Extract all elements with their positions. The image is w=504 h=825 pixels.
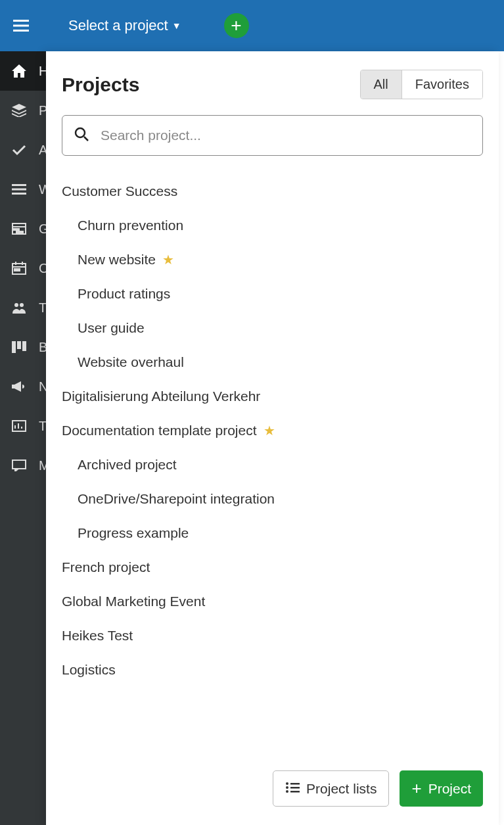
svg-rect-31 [290, 787, 300, 789]
project-item[interactable]: Churn prevention [62, 208, 483, 243]
sidebar-item-label: W [39, 182, 46, 197]
project-item-label: Archived project [78, 457, 177, 473]
svg-rect-14 [14, 269, 16, 271]
project-selector[interactable]: Select a project ▼ [68, 17, 181, 34]
project-selector-label: Select a project [68, 17, 168, 34]
sidebar: H P A W G C T B N T M [0, 51, 46, 825]
svg-rect-3 [12, 184, 26, 186]
sidebar-item-messages[interactable]: M [0, 446, 46, 485]
svg-point-28 [286, 782, 288, 785]
svg-rect-33 [290, 791, 300, 793]
sidebar-item-activity[interactable]: A [0, 130, 46, 170]
sidebar-item-label: H [39, 64, 46, 79]
svg-line-27 [84, 137, 88, 141]
project-item[interactable]: French project [62, 550, 483, 584]
sidebar-item-calendar[interactable]: C [0, 248, 46, 288]
sidebar-item-work[interactable]: W [0, 170, 46, 209]
project-item-label: Heikes Test [62, 628, 133, 644]
topbar: Select a project ▼ + [0, 0, 504, 51]
menu-toggle[interactable] [13, 20, 29, 32]
hamburger-icon [13, 20, 29, 32]
sidebar-item-gantt[interactable]: G [0, 209, 46, 248]
search-input[interactable] [101, 128, 470, 143]
plus-icon: + [231, 15, 241, 36]
sidebar-item-label: G [39, 222, 46, 237]
svg-rect-9 [16, 231, 23, 233]
home-icon [11, 64, 27, 78]
project-item[interactable]: OneDrive/Sharepoint integration [62, 482, 483, 516]
project-item-label: Progress example [78, 525, 189, 541]
caret-down-icon: ▼ [172, 20, 181, 31]
board-icon [11, 341, 27, 353]
svg-rect-25 [12, 460, 26, 469]
search-box[interactable] [62, 115, 483, 156]
sidebar-item-home[interactable]: H [0, 51, 46, 91]
svg-rect-8 [14, 229, 19, 230]
check-icon [11, 144, 27, 156]
svg-point-16 [14, 303, 18, 307]
sidebar-item-label: B [39, 340, 46, 355]
project-item-label: User guide [78, 320, 145, 336]
plus-icon: + [411, 778, 421, 799]
project-lists-button[interactable]: Project lists [273, 770, 389, 807]
project-item[interactable]: Heikes Test [62, 619, 483, 653]
svg-rect-19 [17, 341, 21, 349]
project-item[interactable]: Progress example [62, 516, 483, 550]
project-item-label: OneDrive/Sharepoint integration [78, 491, 275, 507]
sidebar-item-label: M [39, 458, 46, 473]
filter-tab-favorites[interactable]: Favorites [402, 70, 482, 99]
svg-rect-2 [13, 30, 29, 32]
sidebar-item-projects[interactable]: P [0, 91, 46, 130]
star-icon: ★ [263, 423, 275, 438]
sidebar-item-time[interactable]: T [0, 406, 46, 446]
project-item[interactable]: Archived project [62, 448, 483, 482]
project-item[interactable]: New website★ [62, 243, 483, 277]
sidebar-item-label: N [39, 379, 46, 394]
svg-rect-5 [12, 193, 26, 195]
popover-title: Projects [62, 74, 139, 96]
new-project-button[interactable]: + Project [400, 770, 483, 807]
search-icon [74, 127, 89, 144]
gantt-icon [11, 223, 27, 235]
project-item-label: New website [78, 252, 156, 268]
project-item[interactable]: Product ratings [62, 277, 483, 311]
sidebar-item-team[interactable]: T [0, 288, 46, 327]
chart-icon [11, 420, 27, 432]
layers-icon [11, 104, 27, 117]
project-item[interactable]: User guide [62, 311, 483, 345]
sidebar-item-label: C [39, 261, 46, 276]
chat-icon [11, 460, 27, 471]
sidebar-item-label: T [39, 419, 46, 434]
project-list: Customer SuccessChurn preventionNew webs… [46, 165, 499, 760]
popover-header: Projects All Favorites [46, 51, 499, 107]
sidebar-item-label: A [39, 143, 46, 158]
search-wrap [46, 107, 499, 165]
sidebar-item-news[interactable]: N [0, 367, 46, 406]
megaphone-icon [11, 381, 27, 392]
project-item-label: Churn prevention [78, 218, 183, 233]
project-item[interactable]: Logistics [62, 653, 483, 687]
svg-rect-20 [22, 341, 26, 351]
svg-point-30 [286, 786, 288, 789]
svg-rect-1 [13, 25, 29, 27]
project-item[interactable]: Digitalisierung Abteilung Verkehr [62, 379, 483, 413]
add-button[interactable]: + [224, 13, 249, 38]
svg-rect-18 [12, 341, 16, 353]
project-item[interactable]: Documentation template project★ [62, 413, 483, 448]
project-item-label: Documentation template project [62, 423, 257, 438]
projects-popover: Projects All Favorites Customer SuccessC… [46, 51, 499, 825]
svg-rect-15 [18, 269, 20, 271]
sidebar-item-boards[interactable]: B [0, 327, 46, 367]
svg-rect-4 [12, 189, 26, 191]
list-icon [285, 781, 300, 797]
popover-footer: Project lists + Project [46, 760, 499, 825]
project-item-label: French project [62, 559, 150, 575]
svg-point-26 [76, 128, 85, 137]
project-item[interactable]: Website overhaul [62, 345, 483, 379]
project-item[interactable]: Customer Success [62, 174, 483, 208]
filter-tab-all[interactable]: All [361, 70, 402, 99]
project-item-label: Product ratings [78, 286, 170, 302]
filter-tabs: All Favorites [360, 70, 483, 99]
new-project-label: Project [428, 781, 471, 797]
project-item[interactable]: Global Marketing Event [62, 584, 483, 619]
